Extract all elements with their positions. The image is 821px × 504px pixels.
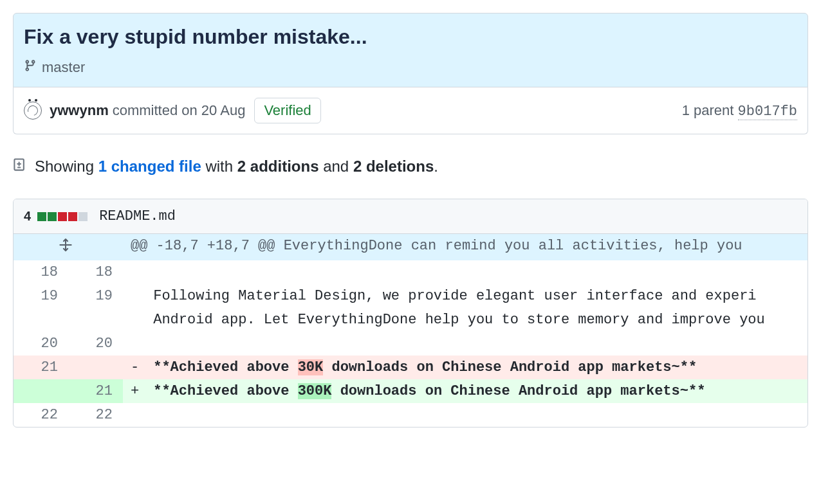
diffstat-row: Showing 1 changed file with 2 additions … (13, 156, 808, 177)
expand-hunk-button[interactable] (14, 234, 123, 260)
commit-time: committed on 20 Aug (113, 102, 246, 119)
parent-label: 1 parent (682, 102, 734, 118)
verified-badge[interactable]: Verified (254, 98, 320, 123)
file-name-link[interactable]: README.md (99, 208, 176, 224)
addition-marker: + (131, 383, 145, 399)
code-cell (123, 332, 807, 356)
code-cell (123, 403, 807, 427)
old-line-number[interactable]: 18 (14, 260, 68, 284)
code-cell (123, 260, 807, 284)
branch-name[interactable]: master (42, 59, 85, 76)
hunk-header-text: @@ -18,7 +18,7 @@ EverythingDone can rem… (123, 234, 807, 260)
deletion-marker: - (131, 359, 145, 375)
parent-info: 1 parent 9b017fb (682, 102, 797, 120)
old-line-number[interactable]: 19 (14, 284, 68, 308)
old-line-number[interactable] (14, 379, 68, 403)
deletions-count: 2 deletions (353, 158, 434, 175)
diff-line: 2020 (14, 332, 807, 356)
code-cell: + **Achieved above 300K downloads on Chi… (123, 379, 807, 403)
diffstat-text: Showing 1 changed file with 2 additions … (35, 158, 438, 176)
git-branch-icon (24, 59, 37, 76)
diffstat-blocks (37, 212, 88, 221)
file-diff: 4 README.md @@ -18,7 +18,7 @@ Everything… (13, 199, 808, 428)
code-cell: - **Achieved above 30K downloads on Chin… (123, 356, 807, 379)
new-line-number[interactable] (68, 356, 123, 379)
parent-sha-link[interactable]: 9b017fb (738, 104, 797, 120)
file-header: 4 README.md (14, 199, 807, 234)
commit-header: Fix a very stupid number mistake... mast… (13, 13, 808, 87)
word-diff-highlight: 300K (298, 383, 332, 399)
code-cell: Android app. Let EverythingDone help you… (123, 308, 807, 332)
unfold-icon (59, 238, 73, 256)
diff-line: 2222 (14, 403, 807, 427)
additions-count: 2 additions (237, 158, 319, 175)
commit-meta: ywwynm committed on 20 Aug Verified 1 pa… (13, 87, 808, 134)
deletion-block (68, 212, 77, 221)
file-diff-icon (13, 156, 27, 177)
new-line-number[interactable]: 19 (68, 284, 123, 308)
new-line-number[interactable]: 22 (68, 403, 123, 427)
old-line-number[interactable] (14, 308, 68, 332)
diff-line: 1919 Following Material Design, we provi… (14, 284, 807, 308)
commit-title: Fix a very stupid number mistake... (24, 24, 797, 50)
diff-line: 21+ **Achieved above 300K downloads on C… (14, 379, 807, 403)
neutral-block (78, 212, 88, 221)
old-line-number[interactable]: 22 (14, 403, 68, 427)
diff-line: 1818 (14, 260, 807, 284)
new-line-number[interactable]: 18 (68, 260, 123, 284)
code-cell: Following Material Design, we provide el… (123, 284, 807, 308)
old-line-number[interactable]: 20 (14, 332, 68, 356)
avatar[interactable] (24, 102, 42, 120)
diff-line: 21- **Achieved above 30K downloads on Ch… (14, 356, 807, 379)
author-link[interactable]: ywwynm (50, 102, 109, 119)
new-line-number[interactable]: 20 (68, 332, 123, 356)
old-line-number[interactable]: 21 (14, 356, 68, 379)
deletion-block (58, 212, 67, 221)
addition-block (37, 212, 46, 221)
addition-block (48, 212, 57, 221)
new-line-number[interactable] (68, 308, 123, 332)
new-line-number[interactable]: 21 (68, 379, 123, 403)
hunk-header-row: @@ -18,7 +18,7 @@ EverythingDone can rem… (14, 234, 807, 260)
branch-row: master (24, 59, 797, 76)
word-diff-highlight: 30K (298, 359, 324, 375)
change-count: 4 (24, 209, 31, 224)
diff-table: @@ -18,7 +18,7 @@ EverythingDone can rem… (14, 234, 807, 427)
changed-files-link[interactable]: 1 changed file (98, 158, 201, 175)
diff-line: Android app. Let EverythingDone help you… (14, 308, 807, 332)
